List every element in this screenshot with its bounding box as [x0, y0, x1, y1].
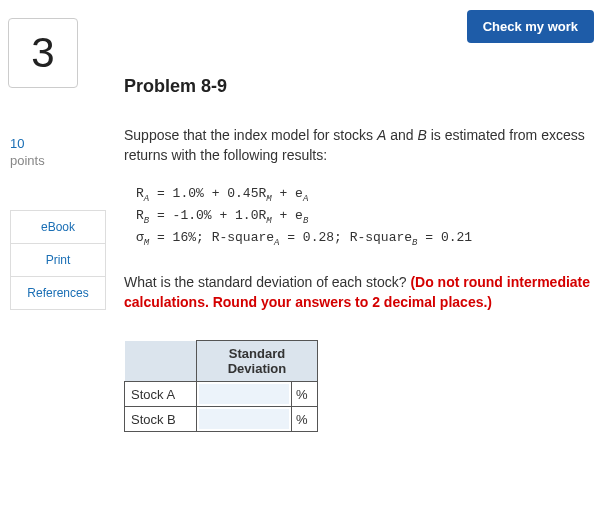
- eq-rsq-a-val: = 0.28; R-square: [279, 230, 412, 245]
- main-content: Check my work Problem 8-9 Suppose that t…: [124, 0, 600, 432]
- intro-pre: Suppose that the index model for stocks: [124, 127, 377, 143]
- references-link[interactable]: References: [10, 276, 106, 310]
- intro-stock-a: A: [377, 127, 386, 143]
- eq-ra-eq: = 1.0% + 0.45: [149, 186, 258, 201]
- unit-a: %: [292, 382, 318, 407]
- points-label: points: [10, 153, 114, 170]
- question-number-box: 3: [8, 18, 78, 88]
- table-row: Stock A %: [125, 382, 318, 407]
- table-corner: [125, 341, 197, 382]
- question-text: What is the standard deviation of each s…: [124, 272, 600, 313]
- eq-rb-plus: + e: [272, 208, 303, 223]
- ebook-link[interactable]: eBook: [10, 210, 106, 243]
- eq-ra-plus: + e: [272, 186, 303, 201]
- eq-rb-esub: B: [303, 215, 308, 225]
- problem-title: Problem 8-9: [124, 76, 600, 97]
- eq-rb-eq: = -1.0% + 1.0: [149, 208, 258, 223]
- intro-stock-b: B: [417, 127, 426, 143]
- table-row: Stock B %: [125, 407, 318, 432]
- table-header-stddev: Standard Deviation: [197, 341, 318, 382]
- question-number: 3: [31, 29, 54, 77]
- eq-ra-esub: A: [303, 193, 308, 203]
- eq-rb-r: R: [136, 208, 144, 223]
- eq-sigma-val: = 16%; R-square: [149, 230, 274, 245]
- eq-sigma: σ: [136, 230, 144, 245]
- points-value: 10: [10, 136, 114, 153]
- intro-text: Suppose that the index model for stocks …: [124, 125, 600, 166]
- answer-table: Standard Deviation Stock A % Stock B %: [124, 340, 318, 432]
- side-links: eBook Print References: [10, 210, 106, 310]
- check-my-work-button[interactable]: Check my work: [467, 10, 594, 43]
- stock-b-input[interactable]: [199, 409, 289, 429]
- print-link[interactable]: Print: [10, 243, 106, 276]
- intro-mid: and: [386, 127, 417, 143]
- eq-rsq-b-val: = 0.21: [417, 230, 472, 245]
- row-label-a: Stock A: [125, 382, 197, 407]
- unit-b: %: [292, 407, 318, 432]
- question-main: What is the standard deviation of each s…: [124, 274, 410, 290]
- row-label-b: Stock B: [125, 407, 197, 432]
- equations-block: RA = 1.0% + 0.45RM + eA RB = -1.0% + 1.0…: [136, 184, 600, 250]
- eq-ra-r: R: [136, 186, 144, 201]
- sidebar: 3 10 points eBook Print References: [0, 0, 114, 310]
- stock-a-input[interactable]: [199, 384, 289, 404]
- points-block: 10 points: [10, 136, 114, 170]
